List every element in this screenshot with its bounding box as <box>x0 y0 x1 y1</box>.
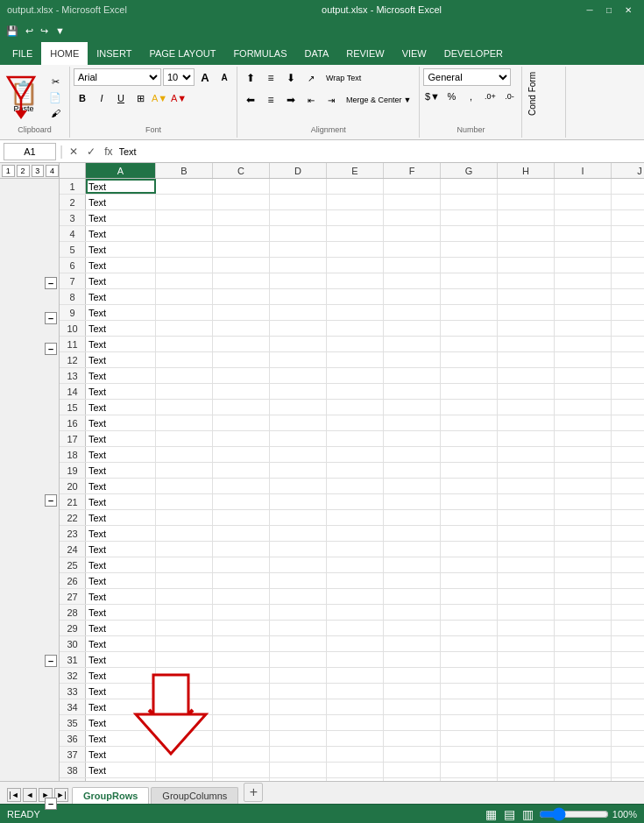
cell-E3[interactable] <box>327 210 384 225</box>
sheet-tab-groupcolumns[interactable]: GroupColumns <box>151 787 238 804</box>
cell-J34[interactable] <box>612 699 644 714</box>
cell-C30[interactable] <box>213 636 270 651</box>
row-number[interactable]: 2 <box>60 195 86 209</box>
cell-F36[interactable] <box>384 731 441 746</box>
cell-I2[interactable] <box>555 195 612 209</box>
redo-quick-button[interactable]: ↪ <box>38 24 51 39</box>
cell-G36[interactable] <box>441 731 498 746</box>
cell-I25[interactable] <box>555 557 612 572</box>
cell-D15[interactable] <box>270 400 327 415</box>
row-number[interactable]: 1 <box>60 179 86 194</box>
align-right-button[interactable]: ➡ <box>281 90 301 110</box>
cancel-formula-button[interactable]: ✕ <box>67 145 81 158</box>
cell-C20[interactable] <box>213 479 270 493</box>
cell-B31[interactable] <box>156 652 213 667</box>
minimize-button[interactable]: ─ <box>581 3 598 17</box>
cell-D17[interactable] <box>270 431 327 446</box>
indent-inc-button[interactable]: ⇥ <box>322 90 341 110</box>
cell-E33[interactable] <box>327 684 384 699</box>
cell-I10[interactable] <box>555 321 612 336</box>
cell-D19[interactable] <box>270 463 327 478</box>
cell-F1[interactable] <box>384 179 441 194</box>
border-button[interactable]: ⊞ <box>131 89 149 107</box>
tab-file[interactable]: FILE <box>4 42 41 65</box>
cell-B12[interactable] <box>156 352 213 367</box>
cell-G16[interactable] <box>441 415 498 430</box>
minus-button-5[interactable]: – <box>45 655 57 667</box>
cell-I28[interactable] <box>555 605 612 620</box>
cell-F30[interactable] <box>384 636 441 651</box>
name-box[interactable] <box>4 143 56 160</box>
cell-C32[interactable] <box>213 668 270 683</box>
cell-D28[interactable] <box>270 605 327 620</box>
group-level-2[interactable]: 2 <box>17 165 30 177</box>
cell-H36[interactable] <box>498 731 555 746</box>
cell-I5[interactable] <box>555 242 612 257</box>
cell-G31[interactable] <box>441 652 498 667</box>
cell-G1[interactable] <box>441 179 498 194</box>
cell-E24[interactable] <box>327 542 384 557</box>
cell-F16[interactable] <box>384 415 441 430</box>
cell-B5[interactable] <box>156 242 213 257</box>
cell-G34[interactable] <box>441 699 498 714</box>
cell-F21[interactable] <box>384 494 441 509</box>
cell-J21[interactable] <box>612 494 644 509</box>
cell-J16[interactable] <box>612 415 644 430</box>
col-header-h[interactable]: H <box>498 163 555 178</box>
cell-J39[interactable] <box>612 778 644 781</box>
cell-B10[interactable] <box>156 321 213 336</box>
cell-I31[interactable] <box>555 652 612 667</box>
row-number[interactable]: 22 <box>60 510 86 525</box>
cell-F26[interactable] <box>384 573 441 588</box>
cell-J29[interactable] <box>612 621 644 635</box>
cell-H20[interactable] <box>498 479 555 493</box>
row-number[interactable]: 10 <box>60 321 86 336</box>
cell-I6[interactable] <box>555 258 612 273</box>
cell-C37[interactable] <box>213 747 270 762</box>
cell-J6[interactable] <box>612 258 644 273</box>
cell-B16[interactable] <box>156 415 213 430</box>
cell-E1[interactable] <box>327 179 384 194</box>
font-grow-button[interactable]: A <box>196 68 214 86</box>
row-number[interactable]: 4 <box>60 226 86 241</box>
cell-D25[interactable] <box>270 557 327 572</box>
sheet-nav-prev[interactable]: ◄ <box>23 788 37 802</box>
undo-quick-button[interactable]: ↩ <box>23 24 36 39</box>
tab-developer[interactable]: DEVELOPER <box>435 42 512 65</box>
cell-H30[interactable] <box>498 636 555 651</box>
cell-A27[interactable]: Text <box>86 589 156 604</box>
cell-A17[interactable]: Text <box>86 431 156 446</box>
cell-H29[interactable] <box>498 621 555 635</box>
cell-H9[interactable] <box>498 305 555 320</box>
cell-E11[interactable] <box>327 337 384 351</box>
cell-E37[interactable] <box>327 747 384 762</box>
cell-J24[interactable] <box>612 542 644 557</box>
row-number[interactable]: 33 <box>60 684 86 699</box>
cell-A10[interactable]: Text <box>86 321 156 336</box>
cell-E35[interactable] <box>327 715 384 730</box>
cell-H26[interactable] <box>498 573 555 588</box>
cell-G11[interactable] <box>441 337 498 351</box>
cell-E10[interactable] <box>327 321 384 336</box>
row-number[interactable]: 36 <box>60 731 86 746</box>
cell-I37[interactable] <box>555 747 612 762</box>
cell-C11[interactable] <box>213 337 270 351</box>
cell-A9[interactable]: Text <box>86 305 156 320</box>
cell-G27[interactable] <box>441 589 498 604</box>
row-number[interactable]: 8 <box>60 289 86 304</box>
cell-J23[interactable] <box>612 526 644 541</box>
cell-G9[interactable] <box>441 305 498 320</box>
cell-B21[interactable] <box>156 494 213 509</box>
cell-B11[interactable] <box>156 337 213 351</box>
cell-D5[interactable] <box>270 242 327 257</box>
cell-I32[interactable] <box>555 668 612 683</box>
cell-F24[interactable] <box>384 542 441 557</box>
cell-I34[interactable] <box>555 699 612 714</box>
sheet-tab-grouprows[interactable]: GroupRows <box>72 787 149 804</box>
cell-F19[interactable] <box>384 463 441 478</box>
cell-E5[interactable] <box>327 242 384 257</box>
cell-F20[interactable] <box>384 479 441 493</box>
cell-G25[interactable] <box>441 557 498 572</box>
cell-H15[interactable] <box>498 400 555 415</box>
cell-G22[interactable] <box>441 510 498 525</box>
